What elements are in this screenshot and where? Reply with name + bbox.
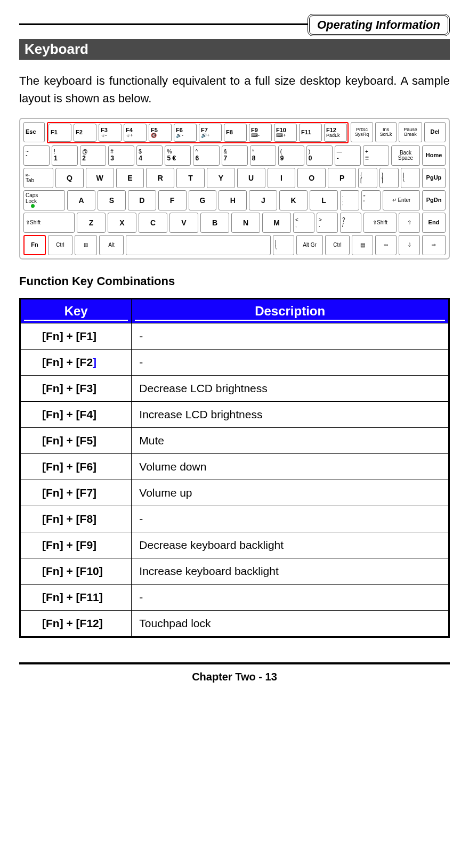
keyboard-row-3: CapsLockASDFGHJKL:;"'↵ EnterPgDn [23,190,446,210]
table-cell-key: [Fn] + [F2] [20,350,132,376]
key-space [126,235,271,255]
key-w: W [86,168,114,188]
header-badge: Operating Information [308,14,450,36]
table-cell-desc: - [132,506,449,532]
key-shift-left: ⇧Shift [23,213,75,233]
table-cell-key: [Fn] + [F4] [20,402,132,428]
table-cell-desc: - [132,585,449,611]
key-b: B [200,213,229,233]
table-row: [Fn] + [F1]- [20,323,449,350]
key-f1: F1 [48,124,71,142]
table-cell-desc: Increase keyboard backlight [132,558,449,585]
table-cell-key: [Fn] + [F11] [20,585,132,611]
key-q: Q [55,168,84,188]
table-row: [Fn] + [F2]- [20,350,449,376]
key-c: C [139,213,167,233]
keyboard-layout: Esc F1F2F3☼-F4☼+F5🔇F6🔉-F7🔊+F8F9⌨-F10⌨+F1… [19,118,450,259]
key--: —- [335,145,361,166]
key-f10: F10⌨+ [274,124,297,142]
key-4: $4 [136,145,163,166]
table-cell-desc: Volume up [132,480,449,506]
key-2: @2 [80,145,106,166]
key-end: End [422,213,446,233]
key-6: ^6 [193,145,219,166]
key-k: K [279,190,308,210]
key-ctrl-left: Ctrl [48,235,72,255]
key-f5: F5🔇 [149,124,172,142]
footer-rule [19,662,450,664]
key-punc: :; [340,190,359,210]
key-backslash: |\ [273,235,294,255]
key-g: G [189,190,217,210]
key-x: X [108,213,136,233]
key-m: M [262,213,291,233]
key-ctrl-right: Ctrl [325,235,350,255]
key-n: N [231,213,260,233]
intro-paragraph: The keyboard is functionally equivalent … [19,72,450,107]
table-cell-desc: - [132,350,449,376]
key-r: R [146,168,174,188]
key-i: I [268,168,296,188]
table-row: [Fn] + [F7]Volume up [20,480,449,506]
key-capslock: CapsLock [23,190,65,210]
key-s: S [98,190,126,210]
subheading: Function Key Combinations [19,274,450,288]
key-p: P [328,168,356,188]
key-bracket: }] [379,168,399,188]
keyboard-row-2: ⇤TabQWERTYUIOP{[}]|\PgUp [23,168,446,188]
key-punc: ?/ [340,213,361,233]
key-punc: "' [361,190,381,210]
key-arrow-right: ⇨ [422,235,446,255]
table-row: [Fn] + [F11]- [20,585,449,611]
key-1: !1 [52,145,78,166]
table-row: [Fn] + [F4]Increase LCD brightness [20,402,449,428]
key-punc: <, [293,213,314,233]
table-row: [Fn] + [F10]Increase keyboard backlight [20,558,449,585]
key-=: += [363,145,389,166]
key-f7: F7🔊+ [199,124,222,142]
table-cell-key: [Fn] + [F10] [20,558,132,585]
key-arrow-down: ⇩ [399,235,420,255]
key-arrow-up: ⇧ [399,213,420,233]
key-7: &7 [222,145,248,166]
table-row: [Fn] + [F5]Mute [20,428,449,454]
table-row: [Fn] + [F9]Decrease keyboard backlight [20,532,449,558]
table-cell-key: [Fn] + [F5] [20,428,132,454]
table-row: [Fn] + [F12]Touchpad lock [20,611,449,637]
table-row: [Fn] + [F8]- [20,506,449,532]
key-t: T [176,168,205,188]
key-pgdn: PgDn [422,190,446,210]
key-f8: F8 [224,124,247,142]
table-cell-desc: Decrease LCD brightness [132,376,449,402]
table-cell-key: [Fn] + [F1] [20,323,132,350]
key-f6: F6🔉- [174,124,197,142]
key-9: (9 [278,145,304,166]
key-fn: Fn [23,235,46,255]
key-punc: >. [317,213,338,233]
key-f11: F11 [299,124,322,142]
key-ins: Ins ScrLk [375,122,397,142]
key-f12: F12PadLk [324,124,347,142]
function-key-table: Key Description [Fn] + [F1]-[Fn] + [F2]-… [19,298,450,638]
table-cell-desc: Increase LCD brightness [132,402,449,428]
table-cell-key: [Fn] + [F3] [20,376,132,402]
key-bracket: {[ [358,168,377,188]
key-d: D [128,190,156,210]
key-e: E [116,168,144,188]
table-cell-desc: Decrease keyboard backlight [132,532,449,558]
key-esc: Esc [23,122,45,142]
key-pause: Pause Break [399,122,422,142]
key-z: Z [77,213,106,233]
key-3: #3 [108,145,134,166]
keyboard-row-1: ~`!1@2#3$4%5 €^6&7*8(9)0—-+=BackSpaceHom… [23,145,446,166]
key-bracket: |\ [401,168,420,188]
table-row: [Fn] + [F3]Decrease LCD brightness [20,376,449,402]
key-backspace: BackSpace [391,145,420,166]
table-cell-key: [Fn] + [F9] [20,532,132,558]
key-f2: F2 [74,124,96,142]
key-o: O [297,168,326,188]
key-enter: ↵ Enter [383,190,420,210]
key-h: H [219,190,247,210]
table-header-desc: Description [132,299,449,323]
key-y: Y [207,168,235,188]
